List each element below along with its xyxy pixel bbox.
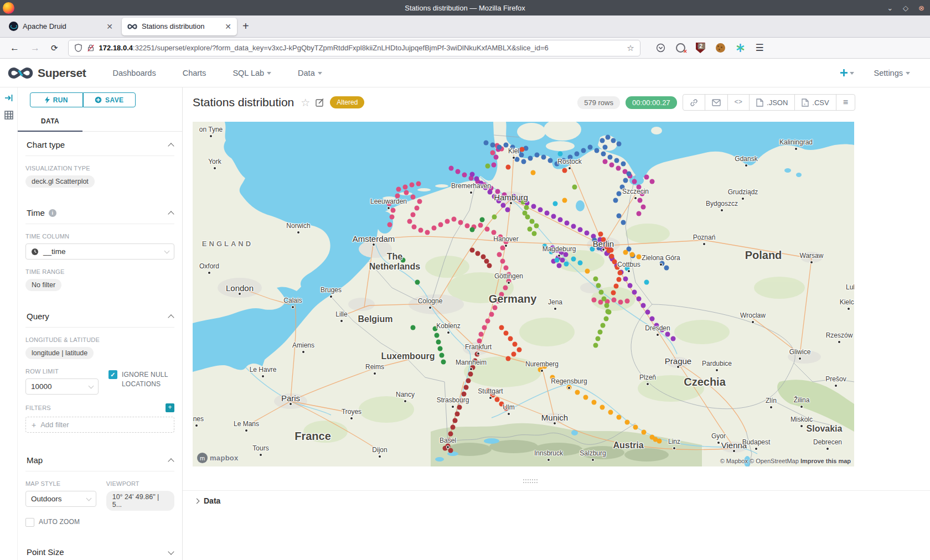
map-label: Bremerhaven bbox=[451, 183, 491, 190]
city-dot bbox=[634, 197, 637, 199]
back-button[interactable]: ← bbox=[10, 43, 19, 54]
window-maximize-button[interactable]: ◇ bbox=[903, 4, 908, 12]
city-dot bbox=[302, 351, 304, 353]
map-label: Paris bbox=[281, 393, 300, 403]
chart-menu-button[interactable]: ≡ bbox=[836, 95, 855, 110]
export-csv-button[interactable]: x .CSV bbox=[795, 95, 836, 110]
city-dot bbox=[470, 368, 472, 370]
map-labels-layer: on TyneYorkENGLANDNorwichOxfordLondonCal… bbox=[193, 122, 854, 466]
window-close-button[interactable]: ⊗ bbox=[918, 4, 924, 12]
nav-sql-lab[interactable]: SQL Lab bbox=[232, 69, 271, 77]
tab-label: Stations distribution bbox=[142, 22, 204, 30]
map-label: Miskolc bbox=[790, 416, 813, 424]
map-label: Salzburg bbox=[580, 450, 606, 458]
pocket-icon[interactable] bbox=[656, 43, 665, 53]
forward-button[interactable]: → bbox=[30, 43, 40, 54]
tab-close-icon[interactable]: ✕ bbox=[225, 22, 231, 31]
superset-logo[interactable]: Superset bbox=[8, 66, 86, 80]
section-chart-type[interactable]: Chart type bbox=[25, 132, 174, 156]
nav-settings[interactable]: Settings bbox=[874, 69, 910, 77]
window-minimize-button[interactable]: ⌄ bbox=[887, 4, 893, 12]
chevron-up-icon bbox=[168, 211, 174, 217]
auto-zoom-checkbox[interactable] bbox=[25, 518, 34, 527]
city-dot bbox=[810, 261, 813, 263]
row-limit-select[interactable]: 10000 bbox=[25, 378, 99, 395]
map-label: Žilina bbox=[794, 397, 810, 405]
resize-drag-handle[interactable] bbox=[523, 479, 538, 483]
url-bar[interactable]: 172.18.0.4:32251/superset/explore/?form_… bbox=[68, 40, 640, 56]
run-button[interactable]: RUN bbox=[30, 92, 83, 107]
tab-stations-distribution[interactable]: Stations distribution ✕ bbox=[122, 18, 237, 35]
map-label: on Tyne bbox=[199, 126, 223, 134]
city-dot bbox=[826, 448, 829, 450]
map-label: Budapest bbox=[742, 439, 771, 447]
chevron-down-icon bbox=[89, 383, 94, 388]
favorite-star-icon[interactable]: ☆ bbox=[301, 96, 310, 109]
city-dot bbox=[795, 148, 797, 150]
map-style-value: Outdoors bbox=[31, 495, 62, 503]
url-text[interactable]: 172.18.0.4:32251/superset/explore/?form_… bbox=[99, 44, 623, 52]
nav-dashboards[interactable]: Dashboards bbox=[112, 69, 156, 77]
city-dot bbox=[505, 245, 507, 247]
map-label: Innsbruck bbox=[534, 450, 563, 458]
map-label: Rostock bbox=[557, 158, 581, 166]
time-column-label: TIME COLUMN bbox=[25, 233, 174, 240]
map-style-label: MAP STYLE bbox=[25, 480, 96, 487]
bookmark-star-icon[interactable]: ☆ bbox=[627, 43, 634, 53]
tab-close-icon[interactable]: ✕ bbox=[106, 22, 113, 31]
section-query[interactable]: Query bbox=[25, 303, 174, 328]
viz-type-value[interactable]: deck.gl Scatterplot bbox=[25, 175, 95, 188]
mapbox-logo[interactable]: m mapbox bbox=[197, 453, 239, 463]
city-dot bbox=[554, 422, 556, 424]
insecure-lock-icon[interactable] bbox=[87, 44, 95, 52]
ublock-icon[interactable]: u2 bbox=[696, 43, 705, 53]
collapse-panel-icon[interactable] bbox=[4, 94, 13, 102]
viewport-value[interactable]: 10° 24' 49.86" | 5... bbox=[106, 491, 174, 511]
datasource-grid-icon[interactable] bbox=[4, 111, 13, 120]
reload-button[interactable]: ⟳ bbox=[51, 43, 58, 53]
section-time[interactable]: Timei bbox=[25, 200, 174, 224]
add-filter-plus-button[interactable]: + bbox=[166, 403, 174, 412]
tab-data[interactable]: DATA bbox=[18, 117, 82, 125]
map-style-select[interactable]: Outdoors bbox=[25, 491, 96, 507]
add-new-button[interactable] bbox=[840, 69, 854, 76]
city-dot bbox=[755, 448, 757, 450]
url-host: 172.18.0.4 bbox=[99, 44, 133, 52]
embed-code-button[interactable]: <> bbox=[728, 95, 750, 110]
map-label: York bbox=[208, 158, 221, 166]
city-dot bbox=[297, 231, 299, 234]
section-point-size[interactable]: Point Size bbox=[25, 539, 174, 560]
email-button[interactable] bbox=[705, 95, 728, 110]
menu-hamburger-icon[interactable]: ☰ bbox=[756, 42, 764, 54]
new-tab-button[interactable]: + bbox=[242, 20, 249, 33]
city-dot bbox=[292, 306, 294, 308]
lonlat-value[interactable]: longitude | latitude bbox=[25, 347, 94, 359]
nav-charts[interactable]: Charts bbox=[183, 69, 206, 77]
map-canvas[interactable]: on TyneYorkENGLANDNorwichOxfordLondonCal… bbox=[193, 122, 854, 466]
save-button[interactable]: SAVE bbox=[83, 92, 136, 107]
extension-asterisk-icon[interactable] bbox=[736, 43, 745, 53]
privacy-extension-icon[interactable] bbox=[676, 43, 685, 53]
map-label: Cologne bbox=[418, 298, 443, 305]
ignore-null-checkbox[interactable]: ✓ bbox=[108, 370, 117, 379]
nav-data[interactable]: Data bbox=[298, 69, 322, 77]
copy-link-button[interactable] bbox=[683, 95, 705, 110]
cookie-extension-icon[interactable] bbox=[716, 43, 725, 53]
mapbox-wordmark: mapbox bbox=[210, 454, 239, 462]
time-range-value[interactable]: No filter bbox=[25, 279, 61, 291]
map-label: Czechia bbox=[684, 376, 726, 388]
city-dot bbox=[404, 400, 406, 402]
edit-icon[interactable] bbox=[316, 98, 324, 107]
export-json-button[interactable]: .JSON bbox=[750, 95, 795, 110]
section-map[interactable]: Map bbox=[25, 447, 174, 471]
map-label: Belgium bbox=[358, 314, 392, 324]
chevron-down-icon bbox=[164, 248, 170, 253]
active-tab-underline bbox=[18, 131, 82, 132]
time-column-select[interactable]: __time bbox=[25, 243, 174, 260]
map-label: Reims bbox=[365, 364, 384, 371]
improve-map-link[interactable]: Improve this map bbox=[800, 458, 851, 464]
tab-apache-druid[interactable]: Apache Druid ✕ bbox=[3, 18, 118, 35]
tracking-shield-icon[interactable] bbox=[74, 44, 82, 52]
add-filter-input[interactable]: + Add filter bbox=[25, 417, 174, 433]
data-panel-toggle[interactable]: Data bbox=[183, 490, 930, 505]
